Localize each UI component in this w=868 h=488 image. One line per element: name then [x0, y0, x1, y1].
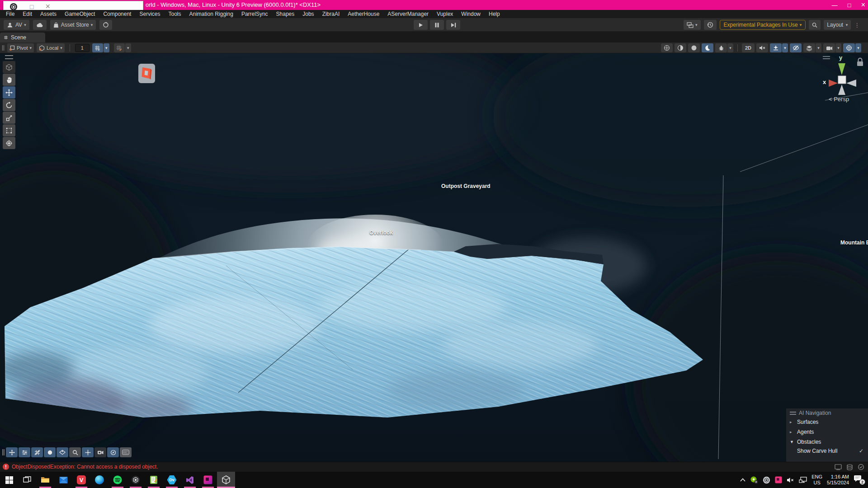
overlay-handle[interactable] — [823, 56, 830, 59]
menu-assets[interactable]: Assets — [36, 11, 61, 17]
account-dropdown[interactable]: AV▾ — [4, 20, 29, 30]
grid-axis-dropdown[interactable]: ▾ — [104, 43, 109, 52]
grid-off-overlay-button[interactable] — [31, 447, 43, 457]
step-button[interactable] — [446, 20, 460, 30]
activity-progress-icon[interactable] — [858, 464, 864, 470]
taskbar-unity-editor-active[interactable] — [217, 472, 235, 488]
menu-animation-rigging[interactable]: Animation Rigging — [185, 11, 237, 17]
scene-lighting-toggle[interactable] — [702, 43, 713, 52]
navmesh-overlay-button[interactable] — [57, 447, 68, 457]
light-probe-overlay-button[interactable] — [44, 447, 56, 457]
menu-window[interactable]: Window — [457, 11, 485, 17]
play-button[interactable] — [414, 20, 428, 30]
volume-muted-icon[interactable] — [787, 477, 794, 483]
taskbar-notepad[interactable] — [145, 472, 163, 488]
menu-parrelsync[interactable]: ParrelSync — [237, 11, 272, 17]
tray-expand-chevron-icon[interactable] — [740, 478, 745, 482]
network-icon[interactable] — [799, 477, 807, 483]
move-overlay-button[interactable] — [6, 447, 18, 457]
effects-toggle[interactable] — [770, 43, 782, 52]
clock[interactable]: 1:16 AM 5/15/2024 — [827, 474, 849, 486]
console-error-summary[interactable]: ! ObjectDisposedException: Cannot access… — [3, 464, 158, 470]
notification-center-button[interactable]: 2 — [854, 475, 864, 485]
ai-nav-obstacles-row[interactable]: ▼ Obstacles — [786, 437, 868, 446]
taskbar-edge[interactable] — [90, 472, 108, 488]
taskbar-file-explorer[interactable] — [36, 472, 54, 488]
menu-zibraai[interactable]: ZibraAI — [318, 11, 344, 17]
layout-dropdown[interactable]: Layout▾ — [824, 20, 851, 30]
audio-mute-toggle[interactable] — [756, 43, 768, 52]
menu-help[interactable]: Help — [485, 11, 504, 17]
2d-toggle[interactable]: 2D — [742, 43, 755, 52]
kebab-menu-icon[interactable]: ⋮ — [854, 22, 860, 28]
menu-services[interactable]: Services — [135, 11, 164, 17]
menu-jobs[interactable]: Jobs — [298, 11, 318, 17]
taskbar-unity-hub[interactable] — [127, 472, 145, 488]
draw-mode-shaded-wire-button[interactable] — [675, 43, 686, 52]
foldout-collapsed-icon[interactable]: ▸ — [790, 430, 794, 434]
asset-store-button[interactable]: Asset Store▾ — [50, 20, 96, 30]
taskbar-vivaldi[interactable]: V — [72, 472, 90, 488]
taskbar-rider[interactable] — [199, 472, 217, 488]
overlay-handle[interactable] — [2, 45, 5, 51]
taskbar-spotify[interactable] — [108, 472, 127, 488]
menu-shapes[interactable]: Shapes — [272, 11, 299, 17]
tray-rider-icon[interactable] — [775, 476, 782, 483]
cloud-button[interactable] — [33, 20, 47, 30]
move-tool-button[interactable] — [3, 86, 15, 99]
pivot-dropdown[interactable]: Pivot▾ — [7, 43, 34, 52]
rect-tool-button[interactable] — [3, 124, 15, 136]
tray-unity-hub-icon[interactable] — [763, 476, 770, 484]
layers-visibility-button[interactable] — [803, 43, 815, 52]
projection-mode-label[interactable]: < Persp — [829, 96, 849, 103]
minimize-button[interactable]: — — [832, 2, 838, 9]
undo-history-button[interactable] — [704, 20, 717, 30]
scale-tool-button[interactable] — [3, 112, 15, 124]
taskbar-resolve[interactable]: Dv — [163, 472, 181, 488]
maximize-button[interactable]: □ — [848, 2, 851, 9]
menu-tools[interactable]: Tools — [164, 11, 185, 17]
foldout-collapsed-icon[interactable]: ▸ — [790, 420, 794, 424]
scene-debug-dropdown[interactable]: ▾ — [727, 43, 733, 52]
gizmos-stamp-overlay-button[interactable] — [120, 447, 132, 457]
grid-size-field[interactable]: 1 — [75, 44, 90, 52]
pause-button[interactable] — [430, 20, 444, 30]
multiplayer-windows-button[interactable]: ▾ — [684, 20, 701, 30]
view-tool-button[interactable] — [3, 61, 15, 73]
gizmos-toggle[interactable] — [843, 43, 855, 52]
transform-tool-button[interactable] — [3, 137, 15, 149]
menu-edit[interactable]: Edit — [19, 11, 36, 17]
start-button[interactable] — [0, 472, 18, 488]
camera-settings-button[interactable] — [823, 43, 835, 52]
ai-nav-surfaces-row[interactable]: ▸ Surfaces — [786, 418, 868, 427]
search-button[interactable] — [809, 20, 821, 30]
taskbar-mail[interactable] — [54, 472, 72, 488]
local-dropdown[interactable]: Local▾ — [37, 43, 65, 52]
effects-dropdown[interactable]: ▾ — [782, 43, 788, 52]
snap-increment-button[interactable] — [114, 43, 125, 52]
menu-aservermanager[interactable]: AServerManager — [383, 11, 433, 17]
menu-gameobject[interactable]: GameObject — [61, 11, 99, 17]
snap-overlay-button[interactable] — [82, 447, 94, 457]
camera-preview-overlay-button[interactable] — [94, 447, 106, 457]
grid-axis-y-button[interactable]: Y — [92, 43, 103, 52]
checkbox-checked-icon[interactable]: ✓ — [859, 448, 863, 454]
gizmos-dropdown[interactable]: ▾ — [855, 43, 861, 52]
foldout-expanded-icon[interactable]: ▼ — [790, 440, 794, 444]
experimental-packages-badge[interactable]: Experimental Packages In Use ▾ — [720, 20, 806, 30]
menu-component[interactable]: Component — [99, 11, 135, 17]
close-button[interactable]: × — [861, 1, 865, 9]
cache-server-icon[interactable] — [846, 464, 853, 470]
nvidia-settings-icon[interactable] — [750, 476, 758, 484]
menu-file[interactable]: File — [2, 11, 19, 17]
draw-mode-shaded-button[interactable] — [688, 43, 700, 52]
scene-debug-button[interactable] — [715, 43, 727, 52]
search-overlay-button[interactable] — [69, 447, 81, 457]
show-carve-hull-row[interactable]: Show Carve Hull ✓ — [786, 446, 868, 455]
overlay-handle[interactable] — [2, 449, 5, 456]
camera-dropdown[interactable]: ▾ — [835, 43, 841, 52]
hand-tool-button[interactable] — [3, 74, 15, 86]
sync-button[interactable] — [99, 20, 112, 30]
language-indicator[interactable]: ENG US — [811, 474, 822, 486]
compass-overlay-button[interactable] — [107, 447, 119, 457]
